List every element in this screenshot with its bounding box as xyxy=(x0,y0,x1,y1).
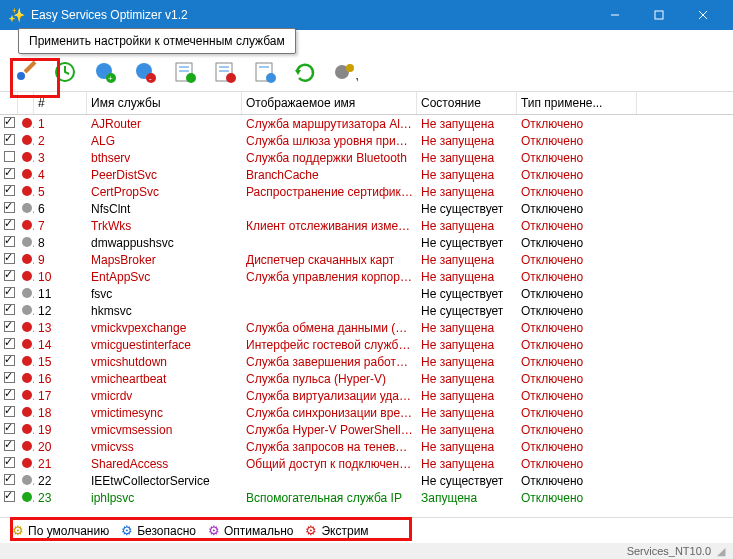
table-row[interactable]: 23iphlpsvcВспомогательная служба IPЗапущ… xyxy=(0,489,733,506)
cell-name: vmicshutdown xyxy=(87,355,242,369)
table-row[interactable]: 4PeerDistSvcBranchCacheНе запущенаОтключ… xyxy=(0,166,733,183)
tab-extreme[interactable]: ⚙Экстрим xyxy=(299,520,374,542)
cell-display: BranchCache xyxy=(242,168,417,182)
status-dot-icon xyxy=(22,152,32,162)
header-status-dot[interactable] xyxy=(18,92,34,114)
apply-button[interactable] xyxy=(12,59,38,85)
table-row[interactable]: 10EntAppSvcСлужба управления корпора...Н… xyxy=(0,268,733,285)
row-checkbox[interactable] xyxy=(4,457,15,468)
row-checkbox[interactable] xyxy=(4,406,15,417)
row-checkbox[interactable] xyxy=(4,355,15,366)
cell-state: Не запущена xyxy=(417,219,517,233)
resize-grip[interactable]: ◢ xyxy=(717,545,725,558)
cell-num: 15 xyxy=(34,355,87,369)
row-checkbox[interactable] xyxy=(4,491,15,502)
tab-default[interactable]: ⚙По умолчанию xyxy=(6,520,115,542)
cell-state: Не запущена xyxy=(417,270,517,284)
status-dot-icon xyxy=(22,271,32,281)
row-checkbox[interactable] xyxy=(4,219,15,230)
header-name[interactable]: Имя службы xyxy=(87,92,242,114)
cell-num: 2 xyxy=(34,134,87,148)
table-row[interactable]: 7TrkWksКлиент отслеживания измени...Не з… xyxy=(0,217,733,234)
table-row[interactable]: 17vmicrdvСлужба виртуализации удал...Не … xyxy=(0,387,733,404)
refresh-button[interactable] xyxy=(292,59,318,85)
table-row[interactable]: 11fsvcНе существуетОтключено xyxy=(0,285,733,302)
table-row[interactable]: 12hkmsvcНе существуетОтключено xyxy=(0,302,733,319)
header-apply[interactable]: Тип примене... xyxy=(517,92,637,114)
cell-num: 16 xyxy=(34,372,87,386)
cell-name: NfsClnt xyxy=(87,202,242,216)
table-row[interactable]: 14vmicguestinterfaceИнтерфейс гостевой с… xyxy=(0,336,733,353)
cell-num: 9 xyxy=(34,253,87,267)
row-checkbox[interactable] xyxy=(4,389,15,400)
table-row[interactable]: 21SharedAccessОбщий доступ к подключени.… xyxy=(0,455,733,472)
row-checkbox[interactable] xyxy=(4,372,15,383)
cell-state: Не запущена xyxy=(417,389,517,403)
list-remove-button[interactable] xyxy=(212,59,238,85)
row-checkbox[interactable] xyxy=(4,236,15,247)
close-button[interactable] xyxy=(681,0,725,30)
cell-display: Служба запросов на теневое ... xyxy=(242,440,417,454)
cell-display: Служба виртуализации удал... xyxy=(242,389,417,403)
table-row[interactable]: 20vmicvssСлужба запросов на теневое ...Н… xyxy=(0,438,733,455)
cell-state: Не запущена xyxy=(417,355,517,369)
row-checkbox[interactable] xyxy=(4,185,15,196)
gear-icon: ⚙ xyxy=(305,523,317,538)
table-row[interactable]: 5CertPropSvcРаспространение сертификатаН… xyxy=(0,183,733,200)
table-row[interactable]: 13vmickvpexchangeСлужба обмена данными (… xyxy=(0,319,733,336)
gear-remove-button[interactable]: - xyxy=(132,59,158,85)
row-checkbox[interactable] xyxy=(4,304,15,315)
table-row[interactable]: 22IEEtwCollectorServiceНе существуетОткл… xyxy=(0,472,733,489)
tab-optimal[interactable]: ⚙Оптимально xyxy=(202,520,300,542)
header-state[interactable]: Состояние xyxy=(417,92,517,114)
cell-apply: Отключено xyxy=(517,117,637,131)
row-checkbox[interactable] xyxy=(4,134,15,145)
table-row[interactable]: 18vmictimesyncСлужба синхронизации време… xyxy=(0,404,733,421)
table-row[interactable]: 6NfsClntНе существуетОтключено xyxy=(0,200,733,217)
row-checkbox[interactable] xyxy=(4,423,15,434)
maximize-button[interactable] xyxy=(637,0,681,30)
row-checkbox[interactable] xyxy=(4,440,15,451)
row-checkbox[interactable] xyxy=(4,117,15,128)
restore-button[interactable] xyxy=(52,59,78,85)
table-row[interactable]: 3bthservСлужба поддержки BluetoothНе зап… xyxy=(0,149,733,166)
cell-display: Вспомогательная служба IP xyxy=(242,491,417,505)
status-dot-icon xyxy=(22,373,32,383)
header-checkbox[interactable] xyxy=(0,92,18,114)
row-checkbox[interactable] xyxy=(4,270,15,281)
cell-name: bthserv xyxy=(87,151,242,165)
row-checkbox[interactable] xyxy=(4,338,15,349)
cell-apply: Отключено xyxy=(517,355,637,369)
toolbar: + - xyxy=(0,52,733,92)
table-row[interactable]: 8dmwappushsvcНе существуетОтключено xyxy=(0,234,733,251)
cell-apply: Отключено xyxy=(517,338,637,352)
row-checkbox[interactable] xyxy=(4,321,15,332)
status-dot-icon xyxy=(22,339,32,349)
cell-name: hkmsvc xyxy=(87,304,242,318)
gear-add-button[interactable]: + xyxy=(92,59,118,85)
table-row[interactable]: 2ALGСлужба шлюза уровня прило...Не запущ… xyxy=(0,132,733,149)
list-settings-button[interactable] xyxy=(252,59,278,85)
table-row[interactable]: 19vmicvmsessionСлужба Hyper-V PowerShell… xyxy=(0,421,733,438)
minimize-button[interactable] xyxy=(593,0,637,30)
row-checkbox[interactable] xyxy=(4,474,15,485)
list-add-button[interactable] xyxy=(172,59,198,85)
status-dot-icon xyxy=(22,254,32,264)
row-checkbox[interactable] xyxy=(4,287,15,298)
row-checkbox[interactable] xyxy=(4,168,15,179)
row-checkbox[interactable] xyxy=(4,253,15,264)
settings-menu-button[interactable] xyxy=(332,59,358,85)
table-row[interactable]: 16vmicheartbeatСлужба пульса (Hyper-V)Не… xyxy=(0,370,733,387)
cell-name: AJRouter xyxy=(87,117,242,131)
svg-point-25 xyxy=(346,64,354,72)
table-row[interactable]: 1AJRouterСлужба маршрутизатора AllJ...Не… xyxy=(0,115,733,132)
tab-safe[interactable]: ⚙Безопасно xyxy=(115,520,202,542)
table-row[interactable]: 15vmicshutdownСлужба завершения работы .… xyxy=(0,353,733,370)
header-num[interactable]: # xyxy=(34,92,87,114)
table-row[interactable]: 9MapsBrokerДиспетчер скачанных картНе за… xyxy=(0,251,733,268)
header-display[interactable]: Отображаемое имя xyxy=(242,92,417,114)
row-checkbox[interactable] xyxy=(4,202,15,213)
row-checkbox[interactable] xyxy=(4,151,15,162)
cell-apply: Отключено xyxy=(517,287,637,301)
cell-apply: Отключено xyxy=(517,372,637,386)
